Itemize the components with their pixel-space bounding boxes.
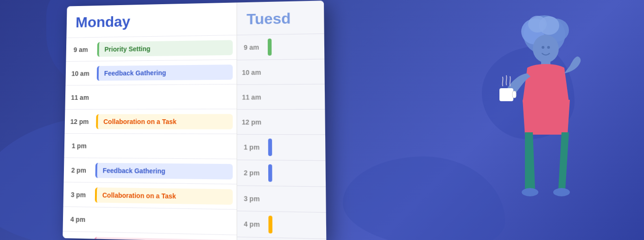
table-row: 4 pm xyxy=(63,207,237,235)
tuesday-row-3pm: 3 pm xyxy=(237,185,326,212)
time-label-10am: 10 am xyxy=(66,70,95,77)
tuesday-event-9am xyxy=(266,36,325,58)
svg-point-7 xyxy=(522,188,538,196)
table-row: 10 am Feedback Gathering xyxy=(65,59,236,85)
tuesday-event-10am xyxy=(266,70,325,74)
tuesday-mini-event-green xyxy=(268,39,271,56)
tuesday-row-1pm: 1 pm xyxy=(237,134,326,160)
event-feedback-gathering-2[interactable]: Feedback Gathering xyxy=(95,162,233,179)
tuesday-time-4pm: 4 pm xyxy=(237,220,266,228)
event-area-5pm: Decision-Making xyxy=(92,235,237,240)
table-row: 12 pm Collaboration on a Task xyxy=(64,109,236,134)
event-collaboration-1[interactable]: Collaboration on a Task xyxy=(96,114,233,129)
tuesday-row-11am: 11 am xyxy=(237,84,325,110)
event-area-4pm xyxy=(93,218,237,224)
tuesday-time-9am: 9 am xyxy=(237,43,266,51)
time-label-2pm: 2 pm xyxy=(64,166,94,174)
time-label-4pm: 4 pm xyxy=(63,215,93,223)
tuesday-mini-event-blue-1 xyxy=(268,138,272,156)
tuesday-time-12pm: 12 pm xyxy=(237,118,266,126)
tuesday-row-4pm: 4 pm xyxy=(237,211,326,239)
tuesday-time-11am: 11 am xyxy=(237,93,266,101)
event-area-12pm: Collaboration on a Task xyxy=(94,112,236,131)
svg-rect-9 xyxy=(499,88,513,101)
tuesday-row-10am: 10 am xyxy=(237,59,325,84)
person-svg xyxy=(459,9,588,232)
tuesday-time-2pm: 2 pm xyxy=(237,169,266,177)
tuesday-mini-event-blue-2 xyxy=(268,164,272,182)
event-feedback-gathering-1[interactable]: Feedback Gathering xyxy=(97,65,233,81)
table-row: 3 pm Collaboration on a Task xyxy=(63,182,237,209)
tuesday-event-4pm xyxy=(266,214,326,236)
tuesday-column: Tuesd 9 am 10 am 11 am 12 pm 1 pm xyxy=(237,0,327,240)
tuesday-event-3pm xyxy=(266,197,326,201)
event-collaboration-2[interactable]: Collaboration on a Task xyxy=(95,187,233,204)
svg-rect-10 xyxy=(512,91,516,98)
time-label-11am: 11 am xyxy=(65,93,95,101)
event-area-1pm xyxy=(94,144,237,149)
table-row: 9 am Priority Setting xyxy=(66,35,236,61)
svg-point-5 xyxy=(533,35,559,63)
tuesday-event-1pm xyxy=(266,136,325,158)
tuesday-event-11am xyxy=(266,95,325,99)
tuesday-row-2pm: 2 pm xyxy=(237,160,326,187)
event-area-3pm: Collaboration on a Task xyxy=(93,185,237,207)
monday-column: Monday 9 am Priority Setting 10 am Feedb… xyxy=(63,2,237,240)
table-row: 2 pm Feedback Gathering xyxy=(64,157,237,184)
tuesday-time-10am: 10 am xyxy=(237,68,266,76)
event-priority-setting[interactable]: Priority Setting xyxy=(97,40,233,57)
table-row: 11 am xyxy=(65,84,236,109)
calendar-panel: Monday 9 am Priority Setting 10 am Feedb… xyxy=(63,0,326,240)
event-area-10am: Feedback Gathering xyxy=(95,62,237,82)
svg-point-8 xyxy=(553,188,570,196)
svg-point-4 xyxy=(528,16,547,32)
time-label-1pm: 1 pm xyxy=(64,142,94,149)
tuesday-time-1pm: 1 pm xyxy=(237,143,266,151)
time-label-12pm: 12 pm xyxy=(65,117,95,125)
table-row: 1 pm xyxy=(64,133,237,159)
tuesday-mini-event-yellow xyxy=(268,216,272,234)
event-area-2pm: Feedback Gathering xyxy=(94,161,237,181)
tuesday-event-2pm xyxy=(266,162,326,185)
tuesday-row-9am: 9 am xyxy=(237,33,325,60)
time-label-9am: 9 am xyxy=(66,45,95,53)
tuesday-event-12pm xyxy=(266,120,325,123)
calendar-wrapper: Monday 9 am Priority Setting 10 am Feedb… xyxy=(65,5,320,237)
svg-point-11 xyxy=(542,46,544,49)
tuesday-time-3pm: 3 pm xyxy=(237,195,266,203)
event-area-11am xyxy=(95,95,236,99)
monday-header: Monday xyxy=(66,2,236,37)
svg-point-12 xyxy=(547,46,550,49)
time-label-3pm: 3 pm xyxy=(63,190,93,198)
event-area-9am: Priority Setting xyxy=(95,38,237,58)
tuesday-row-12pm: 12 pm xyxy=(237,109,325,135)
person-illustration xyxy=(459,9,588,232)
tuesday-header: Tuesd xyxy=(237,0,324,35)
